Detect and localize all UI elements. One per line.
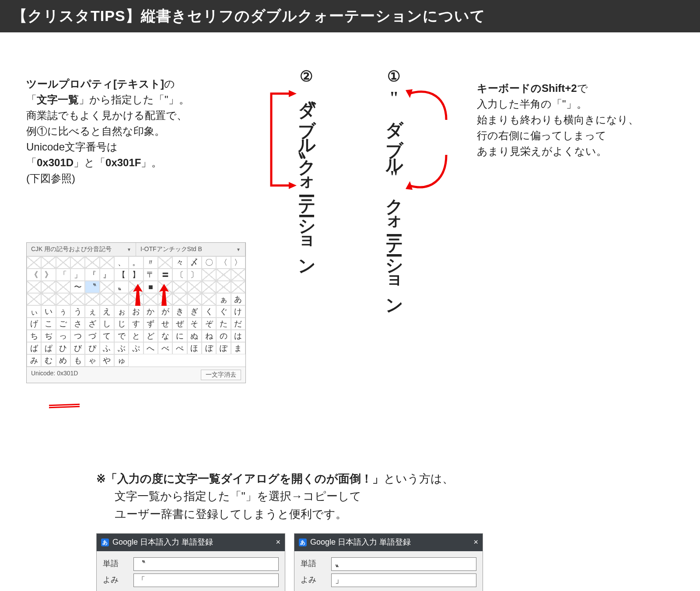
glyph-cell[interactable]: く (202, 305, 216, 318)
glyph-cell[interactable]: し (100, 318, 114, 330)
reading-input[interactable] (133, 574, 279, 587)
glyph-cell[interactable]: ぅ (56, 305, 70, 318)
glyph-cell[interactable]: 〆 (187, 256, 202, 269)
delete-char-button[interactable]: 一文字消去 (201, 370, 241, 380)
glyph-cell[interactable]: ぞ (202, 318, 216, 330)
glyph-cell[interactable]: に (172, 330, 187, 342)
glyph-cell[interactable] (231, 269, 245, 281)
close-icon[interactable]: × (276, 536, 280, 549)
glyph-cell[interactable]: ぇ (85, 305, 99, 318)
glyph-cell[interactable] (216, 269, 231, 281)
glyph-cell[interactable]: 』 (100, 269, 114, 281)
glyph-cell[interactable] (216, 281, 231, 293)
glyph-cell[interactable] (187, 281, 202, 293)
glyph-cell[interactable]: ぜ (172, 318, 187, 330)
glyph-cell[interactable]: ぁ (216, 293, 231, 305)
glyph-cell[interactable]: け (231, 305, 245, 318)
glyph-cell[interactable]: い (41, 305, 56, 318)
glyph-cell[interactable]: 「 (56, 269, 70, 281)
glyph-cell[interactable]: 〉 (231, 256, 245, 269)
glyph-cell[interactable] (85, 293, 99, 305)
glyph-cell[interactable] (27, 256, 41, 269)
glyph-cell[interactable]: 〝 (85, 281, 99, 293)
glyph-cell[interactable]: す (129, 318, 143, 330)
glyph-cell[interactable] (187, 293, 202, 305)
glyph-cell[interactable] (202, 269, 216, 281)
glyph-cell[interactable]: ■ (144, 281, 158, 293)
glyph-cell[interactable]: や (100, 354, 114, 367)
glyph-cell[interactable]: さ (70, 318, 85, 330)
glyph-cell[interactable]: 〓 (158, 269, 172, 281)
glyph-cell[interactable]: お (129, 305, 143, 318)
glyph-cell[interactable] (202, 293, 216, 305)
glyph-category-dropdown[interactable]: CJK 用の記号および分音記号 ▼ (27, 243, 136, 256)
glyph-cell[interactable]: ぼ (202, 342, 216, 354)
glyph-cell[interactable]: ま (231, 342, 245, 354)
glyph-cell[interactable]: た (216, 318, 231, 330)
glyph-cell[interactable]: で (114, 330, 129, 342)
glyph-cell[interactable] (172, 293, 187, 305)
glyph-cell[interactable]: 〔 (172, 269, 187, 281)
glyph-cell[interactable] (114, 293, 129, 305)
glyph-cell[interactable]: ば (27, 342, 41, 354)
glyph-cell[interactable]: ぢ (41, 330, 56, 342)
glyph-cell[interactable]: な (158, 330, 172, 342)
glyph-cell[interactable]: べ (158, 342, 172, 354)
glyph-cell[interactable]: つ (70, 330, 85, 342)
glyph-cell[interactable] (158, 293, 172, 305)
glyph-cell[interactable]: は (231, 330, 245, 342)
glyph-cell[interactable] (56, 293, 70, 305)
glyph-cell[interactable]: ぉ (114, 305, 129, 318)
glyph-cell[interactable]: げ (27, 318, 41, 330)
glyph-cell[interactable]: と (129, 330, 143, 342)
glyph-cell[interactable] (41, 256, 56, 269)
glyph-cell[interactable]: 〕 (187, 269, 202, 281)
glyph-cell[interactable]: 々 (172, 256, 187, 269)
glyph-cell[interactable] (27, 281, 41, 293)
glyph-cell[interactable]: の (216, 330, 231, 342)
glyph-cell[interactable]: ぃ (27, 305, 41, 318)
glyph-cell[interactable] (27, 293, 41, 305)
glyph-cell[interactable]: ぴ (85, 342, 99, 354)
glyph-cell[interactable]: え (100, 305, 114, 318)
glyph-cell[interactable] (41, 293, 56, 305)
word-input[interactable] (133, 557, 279, 571)
glyph-cell[interactable]: っ (56, 330, 70, 342)
glyph-cell[interactable]: ず (144, 318, 158, 330)
font-dropdown[interactable]: I-OTFアンチックStd B ▼ (136, 243, 245, 256)
glyph-cell[interactable]: ぬ (187, 330, 202, 342)
glyph-cell[interactable]: 〈 (216, 256, 231, 269)
glyph-cell[interactable]: ほ (187, 342, 202, 354)
glyph-cell[interactable] (100, 256, 114, 269)
glyph-cell[interactable]: せ (158, 318, 172, 330)
glyph-cell[interactable] (158, 281, 172, 293)
glyph-cell[interactable]: ぺ (172, 342, 187, 354)
glyph-cell[interactable]: 【 (114, 269, 129, 281)
glyph-cell[interactable] (70, 293, 85, 305)
glyph-cell[interactable]: め (56, 354, 70, 367)
glyph-cell[interactable]: あ (231, 293, 245, 305)
glyph-cell[interactable]: が (158, 305, 172, 318)
glyph-cell[interactable]: そ (187, 318, 202, 330)
glyph-cell[interactable]: 〜 (70, 281, 85, 293)
glyph-cell[interactable]: ね (202, 330, 216, 342)
glyph-cell[interactable]: 〃 (144, 256, 158, 269)
glyph-cell[interactable]: 、 (114, 256, 129, 269)
glyph-cell[interactable] (144, 293, 158, 305)
glyph-cell[interactable]: び (70, 342, 85, 354)
glyph-cell[interactable] (100, 281, 114, 293)
glyph-cell[interactable]: 。 (129, 256, 143, 269)
glyph-cell[interactable] (172, 281, 187, 293)
glyph-cell[interactable]: 】 (129, 269, 143, 281)
glyph-cell[interactable] (41, 281, 56, 293)
glyph-cell[interactable]: ぶ (114, 342, 129, 354)
glyph-cell[interactable]: ご (56, 318, 70, 330)
glyph-cell[interactable]: ぷ (129, 342, 143, 354)
glyph-cell[interactable]: 『 (85, 269, 99, 281)
glyph-cell[interactable]: 」 (70, 269, 85, 281)
glyph-cell[interactable]: 《 (27, 269, 41, 281)
glyph-cell[interactable] (231, 281, 245, 293)
glyph-cell[interactable]: 〇 (202, 256, 216, 269)
glyph-cell[interactable]: 〟 (114, 281, 129, 293)
glyph-cell[interactable]: ひ (56, 342, 70, 354)
